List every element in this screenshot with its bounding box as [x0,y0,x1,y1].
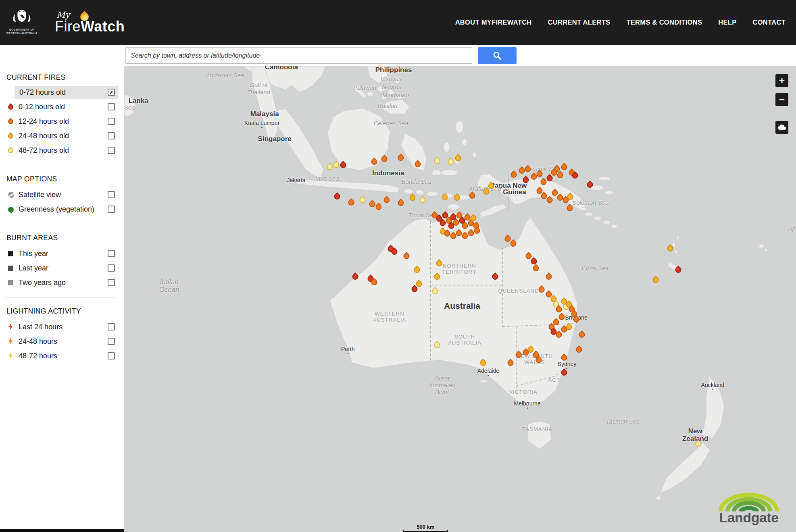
layer-label: 12-24 hours old [19,117,108,126]
flame-icon [8,104,19,110]
fire-marker[interactable] [431,287,440,295]
layer-checkbox-24-48-hours[interactable] [108,338,115,345]
fire-marker[interactable] [339,161,348,169]
fire-marker[interactable] [651,276,660,284]
layer-checkbox-24-48-hours-old[interactable] [108,132,115,139]
cloud-icon [777,124,786,131]
fire-marker[interactable] [383,196,391,204]
fire-marker[interactable] [537,285,546,294]
layer-checkbox-48-72-hours-old[interactable] [108,147,115,154]
layer-checkbox-satellite-view[interactable] [108,191,115,198]
fire-marker[interactable] [435,259,444,268]
fire-marker[interactable] [454,154,462,162]
fire-marker[interactable] [468,191,476,200]
fire-marker[interactable] [332,161,341,169]
fire-marker[interactable] [530,257,538,265]
layer-row-satellite-view[interactable]: Satellite view [0,187,124,202]
burnt-area-square-icon [8,251,19,256]
fire-marker[interactable] [413,266,421,274]
section-divider [5,224,118,224]
fire-marker[interactable] [325,163,334,171]
nav-terms-conditions[interactable]: TERMS & CONDITIONS [626,19,702,26]
wa-government-logo: GOVERNMENT OF WESTERN AUSTRALIA [6,10,38,35]
fire-marker[interactable] [433,157,442,165]
wa-crest-icon [10,10,33,27]
layer-row-greenness-vegetation[interactable]: Greenness (vegetation) [0,202,124,216]
fire-marker[interactable] [560,163,569,171]
fire-marker[interactable] [560,368,569,377]
fire-marker[interactable] [514,351,523,359]
lightning-bolt-icon [8,353,19,360]
fire-marker[interactable] [666,244,675,253]
fire-marker[interactable] [577,330,586,339]
search-input[interactable] [125,47,472,64]
layer-row-0-72-hours-old[interactable]: 0-72 hours old✓ [15,86,118,99]
fire-marker[interactable] [418,196,427,204]
fire-marker[interactable] [565,204,574,212]
layer-checkbox-last-year[interactable] [108,264,115,272]
layer-row-48-72-hours[interactable]: 48-72 hours [0,349,124,363]
scale-bar-line [403,530,448,532]
nav-current-alerts[interactable]: CURRENT ALERTS [548,19,611,26]
fire-marker[interactable] [370,158,378,166]
fire-marker[interactable] [560,353,569,362]
nav-contact[interactable]: CONTACT [752,19,786,26]
fire-marker[interactable] [380,155,388,163]
fire-marker[interactable] [452,193,461,202]
fire-marker[interactable] [347,198,355,207]
fire-marker[interactable] [351,272,359,281]
fire-marker[interactable] [544,272,553,281]
fire-marker[interactable] [482,187,490,196]
fire-marker[interactable] [446,158,455,166]
layer-row-last-24-hours[interactable]: Last 24 hours [0,320,124,334]
fire-marker[interactable] [375,203,383,211]
layer-checkbox-48-72-hours[interactable] [108,352,115,360]
layer-checkbox-greenness-vegetation[interactable] [108,206,115,213]
layer-checkbox-0-72-hours-old[interactable]: ✓ [108,89,115,96]
nav-help[interactable]: HELP [718,19,736,26]
fire-marker[interactable] [532,264,540,272]
fire-marker[interactable] [479,358,487,367]
search-icon [492,51,502,60]
search-button[interactable] [478,47,517,64]
zoom-out-button[interactable]: − [775,93,788,106]
layer-row-24-48-hours[interactable]: 24-48 hours [0,334,124,349]
layer-row-this-year[interactable]: This year [0,246,124,261]
layer-row-24-48-hours-old[interactable]: 24-48 hours old [0,129,124,143]
layer-row-12-24-hours-old[interactable]: 12-24 hours old [0,114,124,129]
layer-row-two-years-ago[interactable]: Two years ago [0,275,124,290]
layer-row-48-72-hours-old[interactable]: 48-72 hours old [0,143,124,158]
fire-marker[interactable] [397,154,405,162]
fire-marker[interactable] [440,193,449,202]
nav-about-myfirewatch[interactable]: ABOUT MYFIREWATCH [455,19,532,26]
fire-marker[interactable] [674,266,683,274]
fire-marker[interactable] [402,252,411,260]
fire-marker[interactable] [413,160,422,168]
fire-marker[interactable] [694,440,703,448]
logo-fire-text: Fire [55,18,81,35]
zoom-in-button[interactable]: + [775,74,788,87]
fire-marker[interactable] [358,196,367,204]
fire-marker[interactable] [433,341,442,349]
map[interactable]: CambodiaPhilippinesAndaman SeaGulf of Th… [124,66,796,532]
fire-marker[interactable] [433,272,442,281]
fire-marker[interactable] [524,165,532,173]
fire-marker[interactable] [522,176,530,184]
fire-marker[interactable] [408,193,417,202]
layer-checkbox-12-24-hours-old[interactable] [108,118,115,125]
fire-marker[interactable] [506,358,515,367]
layer-checkbox-this-year[interactable] [108,250,115,257]
cloud-toggle-button[interactable] [775,121,788,134]
fire-marker[interactable] [575,345,583,354]
layer-checkbox-last-24-hours[interactable] [108,323,115,330]
fire-marker[interactable] [397,199,405,207]
layer-row-last-year[interactable]: Last year [0,261,124,275]
layer-checkbox-0-12-hours-old[interactable] [108,103,115,110]
section-divider [5,165,118,165]
fire-marker[interactable] [333,192,342,201]
fire-marker[interactable] [586,181,594,189]
fire-marker[interactable] [491,272,499,281]
layer-checkbox-two-years-ago[interactable] [108,279,115,286]
fire-marker[interactable] [510,170,518,179]
layer-row-0-12-hours-old[interactable]: 0-12 hours old [0,100,124,114]
